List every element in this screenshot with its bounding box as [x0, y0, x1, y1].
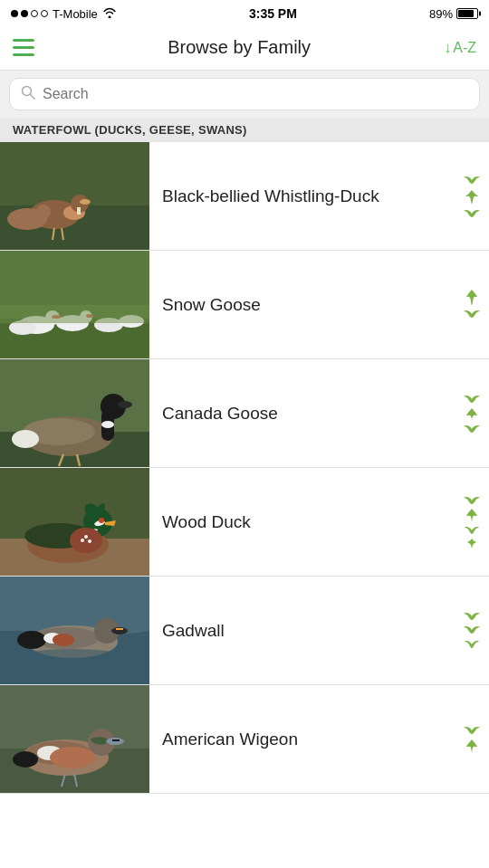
page-title: Browse by Family [168, 37, 311, 58]
bird-photo-svg [0, 468, 149, 577]
sil-2 [465, 508, 478, 524]
bird-name-american-wigeon: American Wigeon [149, 730, 462, 749]
dot1 [11, 10, 18, 17]
sil-1 [463, 724, 481, 737]
dot4 [41, 10, 48, 17]
status-bar: T-Mobile 3:35 PM 89% [0, 0, 489, 25]
svg-point-56 [23, 649, 122, 663]
sil-3 [464, 637, 480, 652]
bird-photo-american-wigeon [0, 685, 149, 794]
svg-rect-24 [0, 305, 149, 323]
status-left: T-Mobile [11, 7, 117, 21]
dot3 [31, 10, 38, 17]
list-item[interactable]: American Wigeon [0, 685, 489, 794]
sil-2 [465, 738, 479, 754]
sil-3 [464, 525, 480, 536]
bird-photo-wood-duck [0, 468, 149, 577]
bird-name-wood-duck: Wood Duck [149, 512, 462, 532]
svg-point-29 [101, 421, 114, 428]
sil-3 [463, 207, 481, 220]
battery-icon [456, 8, 478, 19]
sil-2 [463, 308, 481, 320]
bird-name-canada-goose: Canada Goose [149, 404, 462, 424]
dot2 [21, 10, 28, 17]
sil-1 [463, 494, 481, 507]
battery-percent: 89% [429, 7, 453, 21]
bird-list: Black-bellied Whistling-Duck [0, 142, 489, 794]
sil-2 [465, 406, 479, 423]
search-input[interactable] [43, 86, 468, 102]
sil-1 [465, 289, 479, 307]
bird-name-whistling-duck: Black-bellied Whistling-Duck [149, 186, 462, 206]
header: Browse by Family ↓ A-Z [0, 25, 489, 71]
sil-1 [463, 173, 481, 187]
status-right: 89% [429, 7, 478, 21]
search-icon [21, 85, 35, 103]
bird-name-snow-goose: Snow Goose [149, 295, 462, 315]
menu-button[interactable] [13, 39, 34, 56]
bird-photo-gadwall [0, 577, 149, 685]
wifi-icon [102, 7, 117, 21]
svg-point-33 [12, 430, 39, 448]
carrier-name: T-Mobile [53, 7, 98, 21]
sort-az-button[interactable]: ↓ A-Z [444, 40, 476, 56]
list-item[interactable]: Black-bellied Whistling-Duck [0, 142, 489, 251]
hamburger-line-3 [13, 53, 34, 56]
svg-point-44 [81, 539, 84, 542]
svg-point-42 [70, 528, 102, 553]
svg-rect-64 [112, 739, 120, 741]
list-item[interactable]: Canada Goose [0, 359, 489, 468]
sil-3 [463, 424, 481, 434]
bird-silhouettes-snow-goose [462, 289, 489, 320]
bird-silhouettes-american-wigeon [462, 724, 489, 754]
svg-point-67 [13, 751, 38, 768]
svg-point-55 [53, 634, 74, 646]
svg-point-31 [118, 401, 132, 408]
bird-photo-whistling-duck [0, 142, 149, 251]
bird-silhouettes-canada-goose [462, 393, 489, 434]
bird-silhouettes-whistling-duck [462, 173, 489, 220]
svg-point-7 [80, 199, 91, 205]
sort-label: A-Z [453, 40, 476, 56]
section-header: WATERFOWL (DUCKS, GEESE, SWANS) [0, 118, 489, 142]
svg-rect-52 [116, 628, 123, 630]
bird-silhouettes-gadwall [462, 610, 489, 652]
list-item[interactable]: Wood Duck [0, 468, 489, 577]
bird-photo-svg [0, 685, 149, 794]
bird-photo-svg [0, 577, 149, 685]
section-title: WATERFOWL (DUCKS, GEESE, SWANS) [13, 123, 247, 137]
sil-4 [464, 537, 480, 549]
list-item[interactable]: Gadwall [0, 577, 489, 685]
svg-point-53 [17, 631, 46, 649]
bird-photo-canada-goose [0, 359, 149, 468]
svg-point-43 [84, 535, 88, 539]
bird-photo-svg [0, 142, 149, 251]
bird-silhouettes-wood-duck [462, 494, 489, 549]
sil-2 [464, 188, 480, 206]
search-container [0, 71, 489, 118]
hamburger-line-1 [13, 39, 34, 42]
list-item[interactable]: Snow Goose [0, 251, 489, 359]
bird-photo-svg [0, 359, 149, 468]
svg-point-41 [99, 518, 104, 523]
sil-2 [463, 624, 481, 636]
svg-line-1 [31, 95, 35, 100]
sort-arrow-icon: ↓ [444, 40, 451, 56]
sil-1 [463, 393, 481, 405]
svg-point-45 [88, 539, 91, 543]
svg-rect-8 [77, 207, 81, 215]
hamburger-line-2 [13, 46, 34, 49]
status-time: 3:35 PM [249, 6, 297, 21]
sil-1 [463, 610, 481, 623]
bird-photo-snow-goose [0, 251, 149, 359]
bird-name-gadwall: Gadwall [149, 621, 462, 641]
search-bar[interactable] [9, 78, 480, 110]
bird-photo-svg [0, 251, 149, 359]
signal-dots [11, 10, 48, 17]
svg-point-66 [50, 747, 95, 768]
svg-point-10 [36, 205, 51, 219]
